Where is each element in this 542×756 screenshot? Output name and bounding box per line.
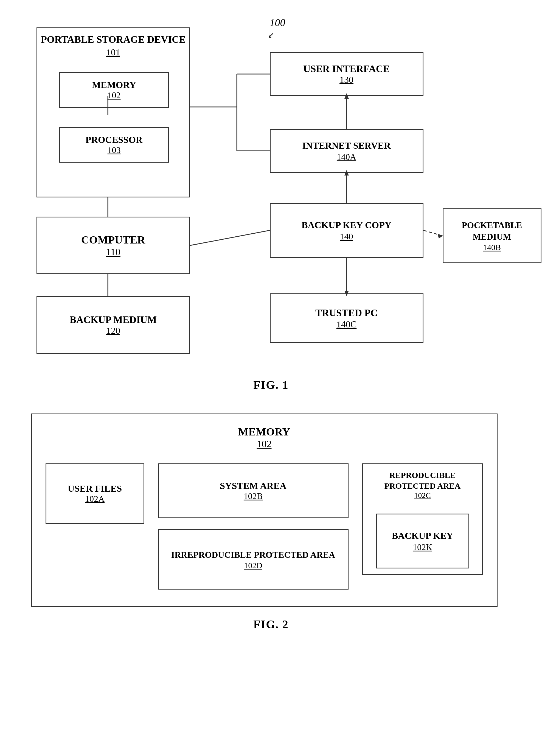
- reproducible-title: REPRODUCIBLE PROTECTED AREA: [369, 470, 477, 491]
- figure1-caption: FIG. 1: [31, 378, 511, 392]
- backup-key-box: BACKUP KEY 102K: [376, 514, 469, 568]
- internet-server-box: INTERNET SERVER 140A: [270, 129, 424, 173]
- reproducible-num: 102C: [414, 491, 431, 500]
- user-files-box: USER FILES 102A: [46, 463, 144, 524]
- computer-box: COMPUTER 110: [36, 217, 190, 274]
- memory-outer-num: 102: [46, 438, 483, 450]
- figure2-caption: FIG. 2: [31, 618, 511, 631]
- page: 100 ↙ PORTABLE STORAGE DEVICE 101 MEMORY…: [22, 16, 520, 631]
- system-area-num: 102B: [244, 491, 262, 501]
- system-area-box: SYSTEM AREA 102B: [158, 463, 349, 518]
- memory-outer-title: MEMORY: [46, 425, 483, 438]
- processor-title: PROCESSOR: [86, 135, 143, 145]
- backup-medium-num: 120: [106, 325, 120, 336]
- figure1-container: 100 ↙ PORTABLE STORAGE DEVICE 101 MEMORY…: [31, 16, 511, 392]
- irreproducible-num: 102D: [244, 561, 262, 570]
- backup-medium-title: BACKUP MEDIUM: [70, 314, 157, 325]
- figure2-container: MEMORY 102 USER FILES 102A SYSTEM AREA 1…: [31, 414, 511, 631]
- pocketable-medium-box: POCKETABLE MEDIUM 140B: [443, 208, 541, 263]
- pocketable-medium-num: 140B: [483, 243, 501, 252]
- internet-server-num: 140A: [337, 152, 356, 162]
- psd-box: PORTABLE STORAGE DEVICE 101 MEMORY 102 P…: [36, 27, 190, 197]
- system-arrow: ↙: [267, 30, 275, 40]
- user-files-num: 102A: [85, 494, 104, 504]
- trusted-pc-num: 140C: [337, 319, 357, 330]
- internet-server-title: INTERNET SERVER: [302, 140, 391, 152]
- computer-num: 110: [106, 246, 120, 258]
- trusted-pc-title: TRUSTED PC: [315, 307, 378, 319]
- backup-key-copy-title: BACKUP KEY COPY: [302, 219, 391, 231]
- user-files-title: USER FILES: [68, 483, 122, 494]
- memory-outer-box: MEMORY 102 USER FILES 102A SYSTEM AREA 1…: [31, 414, 498, 607]
- backup-medium-box: BACKUP MEDIUM 120: [36, 296, 190, 354]
- backup-key-copy-box: BACKUP KEY COPY 140: [270, 203, 424, 258]
- memory-num: 102: [108, 90, 121, 100]
- processor-num: 103: [108, 145, 121, 155]
- user-interface-title: USER INTERFACE: [303, 63, 390, 75]
- svg-marker-15: [438, 234, 443, 239]
- middle-column: SYSTEM AREA 102B IRREPRODUCIBLE PROTECTE…: [158, 463, 349, 590]
- user-interface-num: 130: [340, 75, 354, 85]
- svg-line-3: [190, 230, 270, 245]
- irreproducible-box: IRREPRODUCIBLE PROTECTED AREA 102D: [158, 529, 349, 590]
- memory-box: MEMORY 102: [59, 72, 169, 108]
- reproducible-box: REPRODUCIBLE PROTECTED AREA 102C BACKUP …: [362, 463, 483, 575]
- backup-key-copy-num: 140: [340, 231, 353, 242]
- system-label: 100: [270, 16, 286, 29]
- svg-line-14: [424, 230, 443, 236]
- psd-num: 101: [37, 47, 189, 58]
- trusted-pc-box: TRUSTED PC 140C: [270, 293, 424, 343]
- psd-title: PORTABLE STORAGE DEVICE: [37, 33, 189, 46]
- processor-box: PROCESSOR 103: [59, 127, 169, 163]
- memory-inner-row: USER FILES 102A SYSTEM AREA 102B IRREPRO…: [46, 463, 483, 590]
- memory-title: MEMORY: [92, 80, 136, 90]
- backup-key-title: BACKUP KEY: [392, 530, 453, 542]
- pocketable-medium-title: POCKETABLE MEDIUM: [444, 220, 541, 242]
- system-area-title: SYSTEM AREA: [220, 481, 287, 491]
- backup-key-num: 102K: [413, 542, 432, 552]
- figure1-wrapper: 100 ↙ PORTABLE STORAGE DEVICE 101 MEMORY…: [31, 16, 511, 367]
- computer-title: COMPUTER: [81, 233, 145, 246]
- irreproducible-title: IRREPRODUCIBLE PROTECTED AREA: [171, 549, 335, 561]
- user-interface-box: USER INTERFACE 130: [270, 52, 424, 96]
